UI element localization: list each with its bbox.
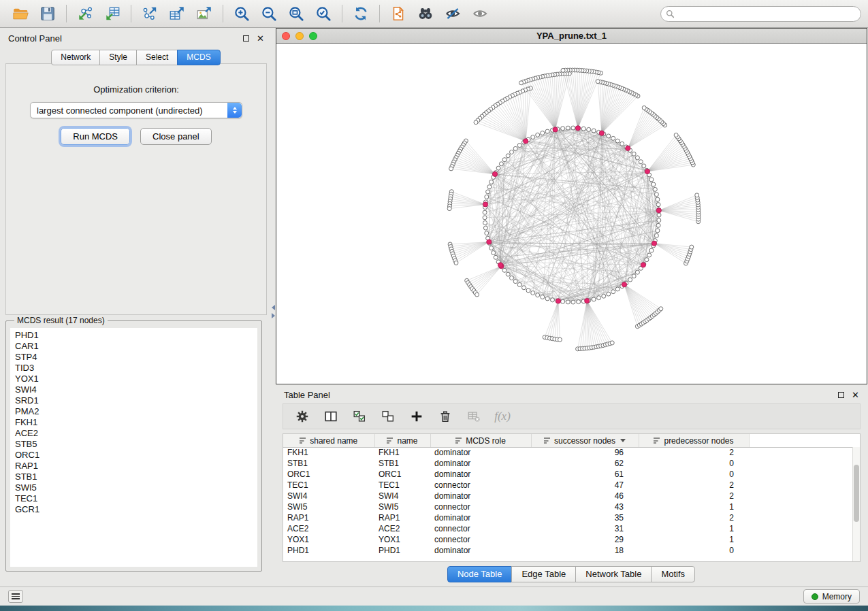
- mcds-result-item[interactable]: ORC1: [15, 450, 257, 461]
- table-row[interactable]: RAP1RAP1dominator352: [283, 512, 860, 523]
- control-panel: Control Panel ✕ NetworkStyleSelectMCDS O…: [0, 28, 272, 587]
- mcds-result-item[interactable]: YOX1: [15, 374, 257, 384]
- table-row[interactable]: FKH1FKH1dominator962: [283, 447, 860, 458]
- panel-menu-button[interactable]: [8, 590, 23, 603]
- zoom-in-icon: [233, 5, 251, 22]
- table-row[interactable]: SWI5SWI5connector431: [283, 501, 860, 512]
- zoom-selected-button[interactable]: [310, 3, 337, 24]
- zoom-in-button[interactable]: [228, 3, 255, 24]
- delete-table-button[interactable]: [463, 406, 485, 427]
- zoom-out-button[interactable]: [255, 3, 283, 24]
- add-column-button[interactable]: [406, 406, 428, 427]
- tab-edge-table[interactable]: Edge Table: [511, 566, 576, 582]
- export-image-button[interactable]: [191, 3, 218, 24]
- mcds-result-item[interactable]: SRD1: [15, 395, 257, 406]
- mcds-result-item[interactable]: STB5: [15, 439, 257, 450]
- column-header-name[interactable]: name: [374, 434, 430, 447]
- table-cell: YOX1: [374, 534, 430, 545]
- table-row[interactable]: TEC1TEC1connector472: [283, 480, 860, 491]
- table-cell: TEC1: [283, 480, 374, 491]
- gear-icon: [295, 409, 310, 424]
- refresh-button[interactable]: [347, 3, 374, 24]
- find-button[interactable]: [412, 3, 439, 24]
- table-settings-button[interactable]: [291, 406, 313, 427]
- mcds-result-item[interactable]: PHD1: [15, 330, 257, 341]
- import-table-button[interactable]: [99, 3, 126, 24]
- tab-node-table[interactable]: Node Table: [447, 566, 513, 582]
- mcds-result-item[interactable]: ACE2: [15, 428, 257, 439]
- delete-column-button[interactable]: [434, 406, 456, 427]
- show-columns-button[interactable]: [320, 406, 342, 427]
- open-file-button[interactable]: [7, 3, 34, 24]
- column-header-MCDS-role[interactable]: MCDS role: [430, 434, 531, 447]
- table-row[interactable]: SWI4SWI4dominator462: [283, 491, 860, 501]
- mcds-result-item[interactable]: RAP1: [15, 461, 257, 472]
- export-table-button[interactable]: [163, 3, 191, 24]
- mcds-result-item[interactable]: GCR1: [15, 504, 257, 515]
- show-details-button[interactable]: [466, 3, 494, 24]
- mcds-result-item[interactable]: SWI5: [15, 482, 257, 493]
- table-cell: 1: [639, 534, 749, 545]
- mcds-result-item[interactable]: SWI4: [15, 384, 257, 395]
- tab-network-table[interactable]: Network Table: [575, 566, 652, 582]
- mcds-result-item[interactable]: TID3: [15, 363, 257, 374]
- mcds-result-item[interactable]: CAR1: [15, 341, 257, 352]
- column-header-predecessor-nodes[interactable]: predecessor nodes: [639, 434, 749, 447]
- deselect-all-button[interactable]: [377, 406, 399, 427]
- column-header-shared-name[interactable]: shared name: [283, 434, 374, 447]
- hide-details-button[interactable]: [439, 3, 466, 24]
- table-cell: PHD1: [374, 545, 430, 556]
- run-mcds-button[interactable]: Run MCDS: [61, 128, 130, 145]
- tab-select[interactable]: Select: [136, 50, 178, 65]
- mcds-result-item[interactable]: PMA2: [15, 406, 257, 417]
- save-session-button[interactable]: [34, 3, 61, 24]
- tab-mcds[interactable]: MCDS: [177, 50, 220, 65]
- share-document-button[interactable]: [385, 3, 412, 24]
- table-cell: 2: [639, 512, 749, 523]
- zoom-selected-icon: [315, 5, 332, 22]
- table-cell-filler: [749, 523, 860, 534]
- sort-icon: [387, 437, 393, 444]
- mcds-result-item[interactable]: STB1: [15, 472, 257, 482]
- table-row[interactable]: PHD1PHD1dominator180: [283, 545, 860, 556]
- mcds-result-item[interactable]: FKH1: [15, 417, 257, 428]
- close-panel-icon[interactable]: ✕: [257, 34, 264, 43]
- column-header-successor-nodes[interactable]: successor nodes: [531, 434, 639, 447]
- function-builder-button[interactable]: f(x): [492, 406, 513, 427]
- close-panel-button[interactable]: Close panel: [140, 128, 212, 145]
- table-row[interactable]: YOX1YOX1connector291: [283, 534, 860, 545]
- table-scrollbar[interactable]: [852, 447, 860, 561]
- table-row[interactable]: ACE2ACE2connector311: [283, 523, 860, 534]
- import-network-button[interactable]: [71, 3, 99, 24]
- refresh-icon: [352, 5, 370, 22]
- mcds-result-item[interactable]: STP4: [15, 352, 257, 363]
- column-label: successor nodes: [554, 436, 615, 446]
- table-cell: SWI5: [374, 501, 430, 512]
- network-canvas[interactable]: [276, 44, 866, 383]
- tab-network[interactable]: Network: [51, 50, 100, 65]
- optimization-criterion-dropdown[interactable]: largest connected component (undirected): [30, 102, 242, 118]
- close-panel-icon[interactable]: ✕: [852, 391, 859, 399]
- table-row[interactable]: ORC1ORC1dominator610: [283, 469, 860, 480]
- collapse-left-icon: [272, 305, 275, 310]
- search-field[interactable]: [660, 6, 861, 22]
- float-panel-icon[interactable]: [838, 392, 844, 398]
- table-row[interactable]: STB1STB1dominator620: [283, 458, 860, 469]
- table-cell: PHD1: [283, 545, 374, 556]
- tab-style[interactable]: Style: [99, 50, 137, 65]
- select-all-button[interactable]: [349, 406, 370, 427]
- scrollbar-thumb[interactable]: [854, 465, 859, 522]
- table-cell-filler: [749, 480, 860, 491]
- export-image-icon: [195, 5, 213, 22]
- control-panel-title: Control Panel: [8, 33, 62, 44]
- collapse-right-icon: [272, 313, 275, 318]
- float-panel-icon[interactable]: [243, 35, 249, 42]
- zoom-fit-button[interactable]: [283, 3, 310, 24]
- memory-button[interactable]: Memory: [803, 589, 860, 604]
- search-input[interactable]: [678, 9, 856, 18]
- tab-motifs[interactable]: Motifs: [651, 566, 695, 582]
- mcds-result-item[interactable]: TEC1: [15, 493, 257, 504]
- table-cell-filler: [749, 512, 860, 523]
- export-network-button[interactable]: [136, 3, 163, 24]
- table-cell: connector: [430, 480, 531, 491]
